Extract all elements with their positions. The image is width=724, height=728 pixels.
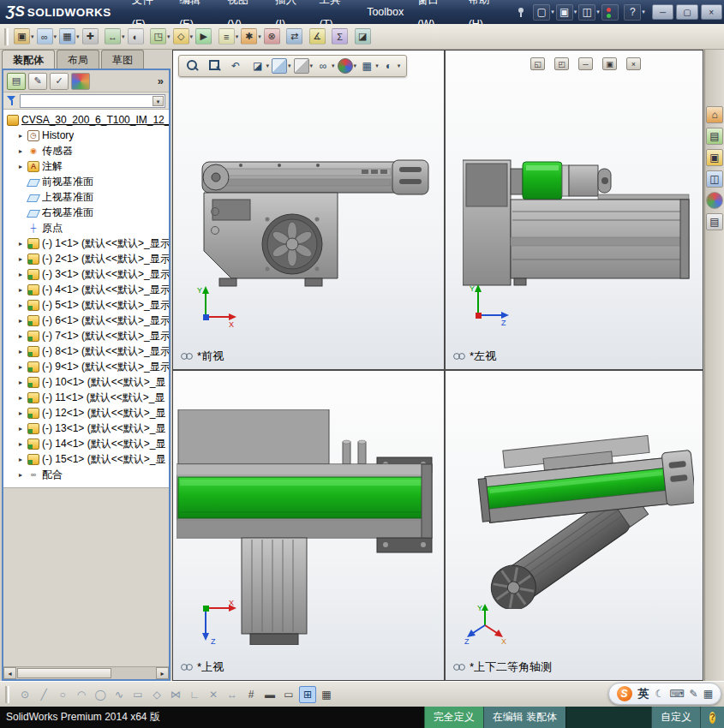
solidworks-resources-icon[interactable]: ⌂ xyxy=(706,106,723,123)
section-properties-icon[interactable]: ◪ xyxy=(355,28,371,45)
appearances-icon[interactable] xyxy=(706,192,723,209)
show-hidden-components-icon[interactable]: ◐ xyxy=(128,28,144,45)
display-style-icon[interactable] xyxy=(294,58,309,74)
dimension-tool-icon[interactable]: ↔ xyxy=(224,686,241,703)
keyboard-icon[interactable]: ⌨ xyxy=(669,688,684,700)
toolbar-grip[interactable] xyxy=(4,28,9,45)
tree-item[interactable]: ◷ History xyxy=(3,128,169,143)
interference-detection-icon[interactable]: ⊗ xyxy=(264,28,280,45)
dropdown-arrow-icon[interactable]: ▾ xyxy=(167,33,171,40)
tree-root-item[interactable]: CVSA_30_200_6_T100_IM_12_5_H_ xyxy=(3,112,169,128)
polygon-tool-icon[interactable]: ◇ xyxy=(148,686,165,703)
dropdown-arrow-icon[interactable]: ▾ xyxy=(54,33,57,40)
dropdown-arrow-icon[interactable]: ▾ xyxy=(31,33,34,40)
tree-item[interactable]: (-) 9<1> (默认<<默认>_显示 xyxy=(3,359,169,374)
reference-geometry-icon[interactable]: ◇ xyxy=(173,28,189,45)
section-view-icon[interactable]: ◪ xyxy=(250,58,266,74)
mirror-tool-icon[interactable]: ⋈ xyxy=(167,686,184,703)
arc-tool-icon[interactable]: ◠ xyxy=(73,686,90,703)
scroll-left-button[interactable]: ◂ xyxy=(3,667,16,679)
input-language-indicator[interactable]: 英 xyxy=(638,686,649,701)
dropdown-arrow-icon[interactable]: ▾ xyxy=(574,9,577,15)
tree-item[interactable]: (-) 8<1> (默认<<默认>_显示 xyxy=(3,343,169,359)
tree-item[interactable]: 前视基准面 xyxy=(3,174,169,189)
new-document-button[interactable]: ▢ xyxy=(533,4,550,21)
doc-restore-button[interactable]: ▣ xyxy=(602,57,617,70)
open-button[interactable]: ▣ xyxy=(556,4,573,21)
tree-item[interactable]: (-) 14<1> (默认<<默认>_显 xyxy=(3,436,169,451)
hide-show-items-icon[interactable]: ∞ xyxy=(315,58,331,74)
viewport-top[interactable]: X Z *上视 xyxy=(173,371,444,680)
insert-components-icon[interactable]: ▣ xyxy=(14,28,30,45)
expand-arrow-icon[interactable] xyxy=(19,440,27,448)
mass-properties-icon[interactable]: Σ xyxy=(332,28,348,45)
file-explorer-icon[interactable]: ▣ xyxy=(706,149,723,166)
view-orientation-icon[interactable] xyxy=(272,58,287,74)
tile-vertical-button[interactable]: ◰ xyxy=(554,57,569,70)
mate-icon[interactable]: ∞ xyxy=(37,28,53,45)
save-button[interactable]: ◫ xyxy=(578,4,595,21)
panel-overflow-chevron[interactable]: » xyxy=(158,75,165,87)
expand-arrow-icon[interactable] xyxy=(19,409,27,417)
tree-item[interactable]: (-) 6<1> (默认<<默认>_显示 xyxy=(3,313,169,328)
table-button[interactable]: ▦ xyxy=(318,686,335,703)
expand-arrow-icon[interactable] xyxy=(19,332,27,340)
skin-icon[interactable]: ☾ xyxy=(655,688,665,700)
tree-item[interactable]: (-) 7<1> (默认<<默认>_显示 xyxy=(3,328,169,343)
clearance-verification-icon[interactable]: ⇄ xyxy=(286,28,302,45)
help-button[interactable]: ? xyxy=(624,4,641,21)
tree-item[interactable]: A 注解 xyxy=(3,158,169,174)
scroll-right-button[interactable]: ▸ xyxy=(156,667,169,679)
dropdown-arrow-icon[interactable]: ▾ xyxy=(551,9,554,15)
rectangle-tool-icon[interactable]: ▭ xyxy=(129,686,147,703)
panel-tab[interactable]: 布局 xyxy=(57,50,99,69)
toolbox-icon[interactable]: ▦ xyxy=(703,688,713,700)
filter-input[interactable]: ▾ xyxy=(20,94,165,108)
dropdown-arrow-icon[interactable]: ▾ xyxy=(310,63,314,69)
scrollbar-thumb[interactable] xyxy=(17,668,111,678)
quick-tip-button[interactable]: ? xyxy=(700,707,724,728)
close-button[interactable]: × xyxy=(701,4,722,20)
zoom-to-area-icon[interactable] xyxy=(206,58,222,74)
ellipse-tool-icon[interactable]: ◯ xyxy=(92,686,109,703)
expand-arrow-icon[interactable] xyxy=(19,147,27,155)
expand-arrow-icon[interactable] xyxy=(19,363,27,371)
tree-item[interactable]: (-) 5<1> (默认<<默认>_显示 xyxy=(3,297,169,313)
tree-item[interactable]: 右视基准面 xyxy=(3,205,169,220)
maximize-button[interactable]: ▢ xyxy=(676,4,697,20)
ruler-icon[interactable]: ▬ xyxy=(261,686,278,703)
new-motion-study-icon[interactable]: ▶ xyxy=(195,28,212,45)
tree-item[interactable]: ┼ 原点 xyxy=(3,220,169,236)
tree-item[interactable]: (-) 10<1> (默认<<默认>_显 xyxy=(3,374,169,390)
dropdown-arrow-icon[interactable]: ▾ xyxy=(596,9,600,15)
tree-item[interactable]: (-) 1<1> (默认<<默认>_显示 xyxy=(3,236,169,251)
customize-button[interactable]: 自定义 xyxy=(651,707,700,728)
tree-item[interactable]: (-) 11<1> (默认<<默认>_显 xyxy=(3,390,169,405)
edit-appearance-icon[interactable] xyxy=(338,58,353,74)
move-component-icon[interactable]: ↔ xyxy=(105,28,121,45)
expand-arrow-icon[interactable] xyxy=(19,163,27,170)
featuremanager-tab[interactable]: ▤ xyxy=(7,73,26,90)
pin-icon[interactable] xyxy=(517,6,525,18)
menu-item[interactable]: Toolbox xyxy=(360,0,410,24)
filter-dropdown-icon[interactable]: ▾ xyxy=(153,96,164,106)
measure-icon[interactable]: ∡ xyxy=(309,28,326,45)
point-tool-icon[interactable]: ⊙ xyxy=(16,686,33,703)
viewport-front[interactable]: Y X *前视 xyxy=(173,51,444,369)
expand-arrow-icon[interactable] xyxy=(19,379,27,386)
expand-arrow-icon[interactable] xyxy=(19,255,27,263)
assembly-features-icon[interactable]: ◳ xyxy=(150,28,166,45)
displaymanager-tab[interactable] xyxy=(71,73,90,90)
dropdown-arrow-icon[interactable]: ▾ xyxy=(122,33,125,40)
expand-arrow-icon[interactable] xyxy=(19,132,27,140)
tree-item[interactable]: (-) 12<1> (默认<<默认>_显 xyxy=(3,405,169,421)
previous-view-icon[interactable]: ↶ xyxy=(228,58,243,74)
expand-arrow-icon[interactable] xyxy=(19,425,27,433)
bill-of-materials-icon[interactable]: ≡ xyxy=(218,28,235,45)
expand-arrow-icon[interactable] xyxy=(19,394,27,402)
smart-fasteners-icon[interactable]: ✚ xyxy=(82,28,99,45)
dropdown-arrow-icon[interactable]: ▾ xyxy=(266,63,270,69)
tree-item[interactable]: (-) 2<1> (默认<<默认>_显示 xyxy=(3,251,169,266)
options-button[interactable] xyxy=(601,4,619,21)
dropdown-arrow-icon[interactable]: ▾ xyxy=(332,63,335,69)
